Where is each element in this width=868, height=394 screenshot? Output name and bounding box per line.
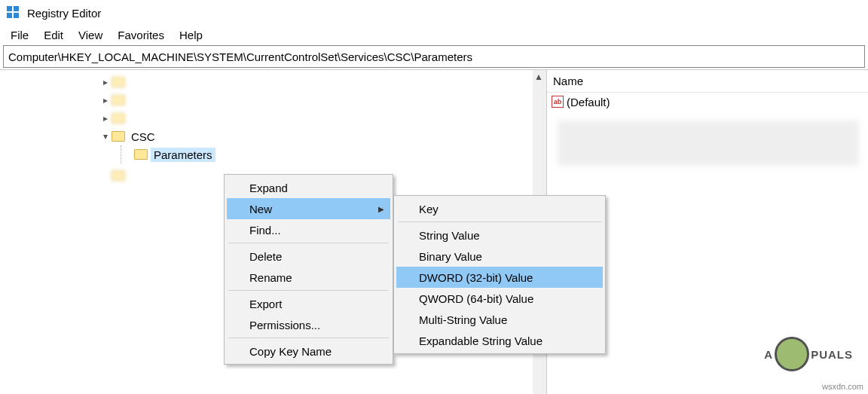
title-bar: Registry Editor bbox=[0, 0, 868, 26]
svg-rect-3 bbox=[14, 13, 19, 18]
chevron-right-icon[interactable]: ▸ bbox=[99, 77, 112, 87]
menu-export[interactable]: Export bbox=[227, 293, 390, 314]
folder-icon bbox=[112, 113, 125, 124]
submenu-arrow-icon: ▶ bbox=[378, 205, 384, 213]
menu-edit[interactable]: Edit bbox=[36, 27, 71, 43]
menu-bar: File Edit View Favorites Help bbox=[0, 26, 868, 44]
tree-item-blurred bbox=[128, 93, 203, 108]
watermark-text-a: A bbox=[764, 348, 773, 361]
menu-delete[interactable]: Delete bbox=[227, 246, 390, 267]
submenu-key[interactable]: Key bbox=[396, 198, 603, 219]
app-icon bbox=[6, 5, 21, 20]
context-menu: Expand New▶ Find... Delete Rename Export… bbox=[224, 174, 393, 365]
folder-icon bbox=[134, 149, 148, 160]
menu-view[interactable]: View bbox=[71, 27, 110, 43]
svg-rect-0 bbox=[7, 6, 12, 11]
menu-separator bbox=[228, 337, 389, 338]
submenu-expandable-string-value[interactable]: Expandable String Value bbox=[396, 330, 603, 351]
window-title: Registry Editor bbox=[27, 7, 101, 20]
watermark: A PUALS bbox=[764, 337, 853, 371]
submenu-multi-string-value[interactable]: Multi-String Value bbox=[396, 309, 603, 330]
column-header-name[interactable]: Name bbox=[547, 73, 735, 92]
menu-copy-key-name[interactable]: Copy Key Name bbox=[227, 341, 390, 362]
folder-icon bbox=[112, 77, 125, 87]
context-submenu-new: Key String Value Binary Value DWORD (32-… bbox=[393, 195, 606, 354]
tree-item-parameters[interactable]: Parameters bbox=[151, 148, 215, 162]
address-bar[interactable]: Computer\HKEY_LOCAL_MACHINE\SYSTEM\Curre… bbox=[3, 45, 865, 68]
tree-item-blurred bbox=[128, 169, 203, 183]
chevron-right-icon[interactable]: ▸ bbox=[99, 113, 112, 124]
chevron-down-icon[interactable]: ▾ bbox=[99, 131, 112, 142]
menu-expand[interactable]: Expand bbox=[227, 177, 390, 198]
menu-separator bbox=[398, 221, 601, 222]
submenu-qword-value[interactable]: QWORD (64-bit) Value bbox=[396, 288, 603, 309]
menu-rename[interactable]: Rename bbox=[227, 267, 390, 288]
tree-line bbox=[121, 145, 133, 163]
address-path: Computer\HKEY_LOCAL_MACHINE\SYSTEM\Curre… bbox=[8, 50, 472, 63]
list-header: Name bbox=[547, 73, 868, 93]
menu-separator bbox=[228, 290, 389, 291]
svg-rect-2 bbox=[7, 13, 12, 18]
scroll-up-icon[interactable]: ▲ bbox=[534, 72, 543, 82]
tree-item-csc[interactable]: CSC bbox=[128, 130, 158, 144]
attribution: wsxdn.com bbox=[822, 382, 863, 391]
menu-separator bbox=[228, 243, 389, 243]
folder-icon bbox=[112, 170, 125, 181]
tree-item-blurred bbox=[128, 111, 203, 126]
tree-item-blurred bbox=[128, 75, 203, 90]
submenu-string-value[interactable]: String Value bbox=[396, 224, 603, 246]
folder-icon bbox=[112, 131, 125, 142]
menu-new[interactable]: New▶ bbox=[227, 198, 390, 219]
string-value-icon: ab bbox=[552, 96, 564, 108]
svg-rect-1 bbox=[14, 6, 19, 11]
list-row-default[interactable]: ab (Default) bbox=[547, 93, 868, 111]
menu-file[interactable]: File bbox=[3, 27, 36, 43]
submenu-dword-value[interactable]: DWORD (32-bit) Value bbox=[396, 267, 603, 288]
value-name: (Default) bbox=[567, 96, 610, 108]
menu-help[interactable]: Help bbox=[172, 27, 210, 43]
watermark-text-b: PUALS bbox=[811, 348, 853, 361]
watermark-face-icon bbox=[775, 337, 809, 371]
folder-icon bbox=[112, 95, 125, 105]
submenu-binary-value[interactable]: Binary Value bbox=[396, 246, 603, 267]
blurred-content bbox=[558, 121, 859, 166]
menu-find[interactable]: Find... bbox=[227, 219, 390, 240]
chevron-right-icon[interactable]: ▸ bbox=[99, 95, 112, 105]
menu-favorites[interactable]: Favorites bbox=[110, 27, 172, 43]
menu-permissions[interactable]: Permissions... bbox=[227, 314, 390, 335]
